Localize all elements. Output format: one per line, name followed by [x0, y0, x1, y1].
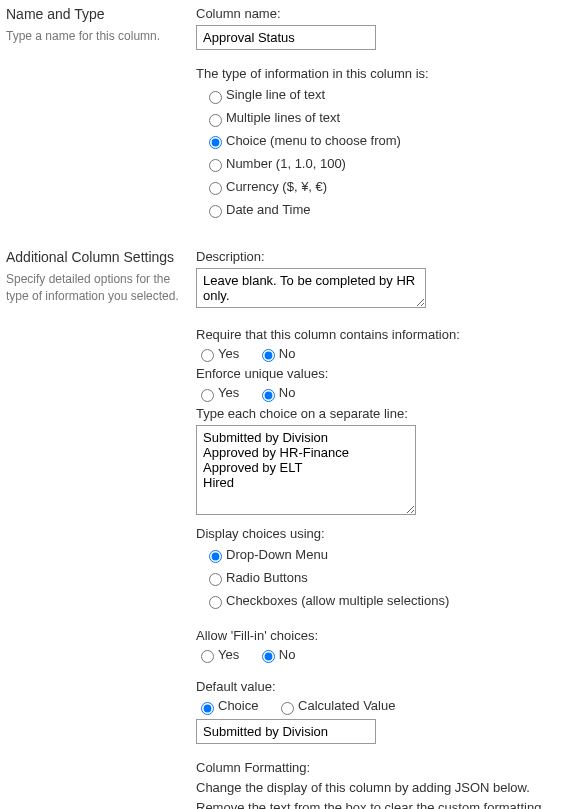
section-desc: Type a name for this column. [6, 28, 186, 45]
default-choice-label: Choice [218, 698, 258, 713]
section-additional-settings: Additional Column Settings Specify detai… [6, 249, 563, 809]
require-no-radio[interactable] [262, 349, 275, 362]
enforce-no-label: No [279, 385, 296, 400]
fillin-no-label: No [279, 647, 296, 662]
section-header: Additional Column Settings Specify detai… [6, 249, 196, 809]
default-label: Default value: [196, 679, 563, 694]
description-label: Description: [196, 249, 563, 264]
type-label-currency: Currency ($, ¥, €) [226, 179, 327, 194]
require-yes-label: Yes [218, 346, 239, 361]
display-radio-dropdown[interactable] [209, 550, 222, 563]
type-radio-datetime[interactable] [209, 205, 222, 218]
require-no-label: No [279, 346, 296, 361]
fillin-yes-radio[interactable] [201, 650, 214, 663]
section-header: Name and Type Type a name for this colum… [6, 6, 196, 237]
type-radio-single-line[interactable] [209, 91, 222, 104]
type-radio-multi-line[interactable] [209, 114, 222, 127]
type-label-choice: Choice (menu to choose from) [226, 133, 401, 148]
type-label-number: Number (1, 1.0, 100) [226, 156, 346, 171]
section-title: Name and Type [6, 6, 186, 22]
column-name-label: Column name: [196, 6, 563, 21]
choices-label: Type each choice on a separate line: [196, 406, 563, 421]
choices-textarea[interactable] [196, 425, 416, 515]
section-desc: Specify detailed options for the type of… [6, 271, 186, 305]
display-radio-checkbox[interactable] [209, 596, 222, 609]
description-textarea[interactable] [196, 268, 426, 308]
display-label: Display choices using: [196, 526, 563, 541]
type-label-single-line: Single line of text [226, 87, 325, 102]
default-value-input[interactable] [196, 719, 376, 744]
section-title: Additional Column Settings [6, 249, 186, 265]
default-calc-label: Calculated Value [298, 698, 395, 713]
column-name-input[interactable] [196, 25, 376, 50]
type-radio-currency[interactable] [209, 182, 222, 195]
display-radio-radio[interactable] [209, 573, 222, 586]
default-choice-radio[interactable] [201, 702, 214, 715]
display-label-checkbox: Checkboxes (allow multiple selections) [226, 593, 449, 608]
display-label-dropdown: Drop-Down Menu [226, 547, 328, 562]
section-name-and-type: Name and Type Type a name for this colum… [6, 6, 563, 237]
fillin-yes-label: Yes [218, 647, 239, 662]
format-text-1: Change the display of this column by add… [196, 779, 563, 797]
format-text-2: Remove the text from the box to clear th… [196, 799, 563, 809]
type-intro-label: The type of information in this column i… [196, 66, 563, 81]
type-radio-number[interactable] [209, 159, 222, 172]
type-label-multi-line: Multiple lines of text [226, 110, 340, 125]
enforce-no-radio[interactable] [262, 389, 275, 402]
type-label-datetime: Date and Time [226, 202, 311, 217]
type-radio-choice[interactable] [209, 136, 222, 149]
enforce-label: Enforce unique values: [196, 366, 563, 381]
require-label: Require that this column contains inform… [196, 327, 563, 342]
format-label: Column Formatting: [196, 760, 563, 775]
display-label-radio: Radio Buttons [226, 570, 308, 585]
fillin-label: Allow 'Fill-in' choices: [196, 628, 563, 643]
require-yes-radio[interactable] [201, 349, 214, 362]
enforce-yes-radio[interactable] [201, 389, 214, 402]
fillin-no-radio[interactable] [262, 650, 275, 663]
default-calc-radio[interactable] [281, 702, 294, 715]
enforce-yes-label: Yes [218, 385, 239, 400]
